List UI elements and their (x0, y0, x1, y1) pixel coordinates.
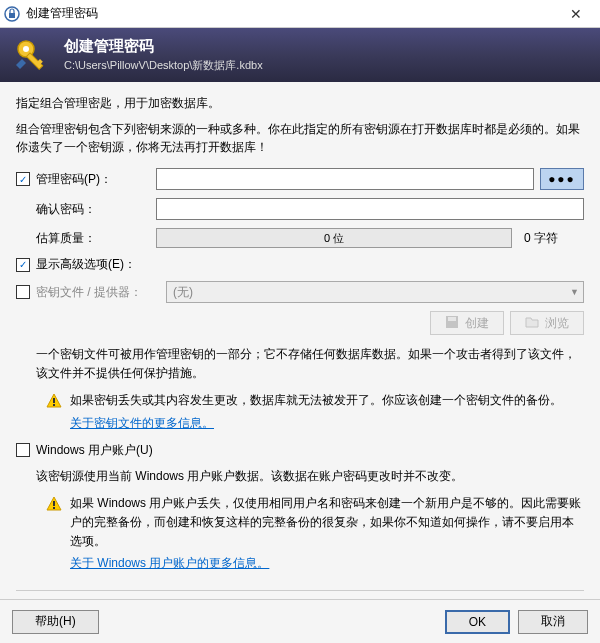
winuser-warn: 如果 Windows 用户账户丢失，仅使用相同用户名和密码来创建一个新用户是不够… (70, 494, 584, 552)
keyfile-desc: 一个密钥文件可被用作管理密钥的一部分；它不存储任何数据库数据。如果一个攻击者得到… (36, 345, 584, 383)
header-path: C:\Users\PillowV\Desktop\新数据库.kdbx (64, 58, 263, 73)
master-password-input[interactable] (156, 168, 534, 190)
master-password-checkbox[interactable] (16, 172, 30, 186)
show-advanced-label: 显示高级选项(E)： (36, 256, 136, 273)
create-keyfile-button: 创建 (430, 311, 504, 335)
warning-icon (46, 496, 62, 512)
window-title: 创建管理密码 (26, 5, 556, 22)
browse-keyfile-button: 浏览 (510, 311, 584, 335)
intro-line1: 指定组合管理密匙，用于加密数据库。 (16, 94, 584, 112)
intro-line2: 组合管理密钥包含下列密钥来源的一种或多种。你在此指定的所有密钥源在打开数据库时都… (16, 120, 584, 156)
cancel-button[interactable]: 取消 (518, 610, 588, 634)
folder-open-icon (525, 315, 539, 332)
content-area: 指定组合管理密匙，用于加密数据库。 组合管理密钥包含下列密钥来源的一种或多种。你… (0, 82, 600, 599)
header-title: 创建管理密码 (64, 37, 263, 56)
svg-point-3 (23, 46, 29, 52)
svg-rect-7 (448, 317, 456, 321)
app-lock-icon (4, 6, 20, 22)
reveal-password-button[interactable]: ●●● (540, 168, 584, 190)
char-count: 0 字符 (524, 230, 584, 247)
close-button[interactable]: ✕ (556, 0, 596, 28)
svg-rect-8 (53, 398, 55, 403)
master-password-label: 管理密码(P)： (36, 171, 156, 188)
svg-rect-9 (53, 404, 55, 406)
keyfile-combo-value: (无) (173, 284, 193, 301)
svg-rect-1 (9, 13, 15, 18)
keyfile-warn: 如果密钥丢失或其内容发生更改，数据库就无法被发开了。你应该创建一个密钥文件的备份… (70, 391, 562, 410)
quality-label: 估算质量： (16, 230, 156, 247)
keyfile-checkbox[interactable] (16, 285, 30, 299)
keyfile-info-link[interactable]: 关于密钥文件的更多信息。 (70, 415, 214, 432)
footer: 帮助(H) OK 取消 (0, 599, 600, 643)
winuser-info-link[interactable]: 关于 Windows 用户账户的更多信息。 (70, 555, 269, 572)
quality-value: 0 位 (324, 231, 344, 246)
keyfile-combo[interactable]: (无) ▼ (166, 281, 584, 303)
confirm-password-label: 确认密码： (16, 201, 156, 218)
show-advanced-checkbox[interactable] (16, 258, 30, 272)
titlebar: 创建管理密码 ✕ (0, 0, 600, 28)
warning-icon (46, 393, 62, 409)
help-button[interactable]: 帮助(H) (12, 610, 99, 634)
svg-rect-10 (53, 501, 55, 506)
windows-user-checkbox[interactable] (16, 443, 30, 457)
divider (16, 590, 584, 591)
save-icon (445, 315, 459, 332)
quality-meter: 0 位 (156, 228, 512, 248)
ok-button[interactable]: OK (445, 610, 510, 634)
chevron-down-icon: ▼ (570, 287, 579, 297)
header-banner: 创建管理密码 C:\Users\PillowV\Desktop\新数据库.kdb… (0, 28, 600, 82)
confirm-password-input[interactable] (156, 198, 584, 220)
key-icon (12, 35, 52, 75)
keyfile-label: 密钥文件 / 提供器： (36, 284, 166, 301)
svg-rect-11 (53, 507, 55, 509)
windows-user-label: Windows 用户账户(U) (36, 442, 153, 459)
winuser-desc: 该密钥源使用当前 Windows 用户账户数据。该数据在账户密码更改时并不改变。 (36, 467, 584, 486)
